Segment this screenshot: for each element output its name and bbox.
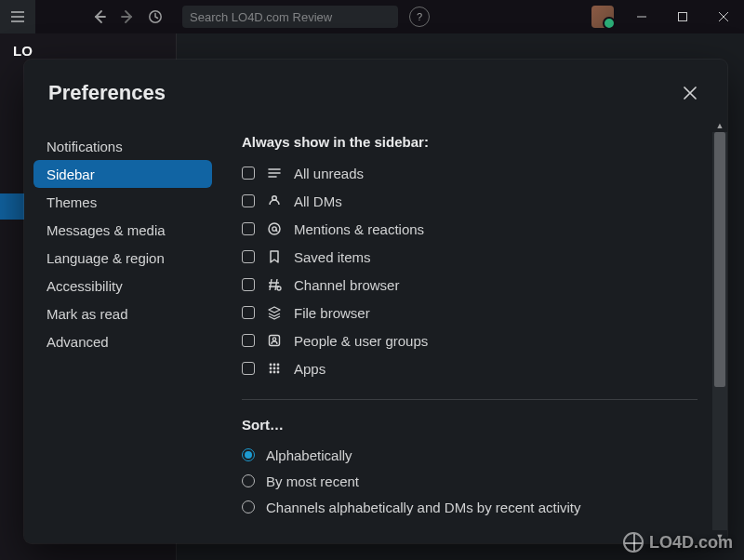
scrollbar[interactable]: ▲ ▼ bbox=[712, 119, 727, 543]
preferences-modal: Preferences NotificationsSidebarThemesMe… bbox=[24, 60, 727, 543]
mentions-icon bbox=[266, 221, 283, 236]
all-dms-icon bbox=[266, 193, 283, 208]
radio-label: Channels alphabetically and DMs by recen… bbox=[266, 500, 581, 515]
radio-row[interactable]: Channels alphabetically and DMs by recen… bbox=[242, 494, 722, 520]
checkbox-label: Apps bbox=[294, 361, 326, 377]
all-unreads-icon bbox=[266, 166, 283, 180]
modal-close-button[interactable] bbox=[677, 80, 703, 106]
svg-point-7 bbox=[272, 338, 275, 340]
prefs-nav-item[interactable]: Sidebar bbox=[33, 160, 212, 188]
checkbox-label: File browser bbox=[294, 305, 370, 321]
svg-point-4 bbox=[272, 227, 276, 231]
prefs-nav-item[interactable]: Accessibility bbox=[33, 272, 212, 300]
preferences-content: Always show in the sidebar: All unreadsA… bbox=[219, 119, 727, 543]
checkbox[interactable] bbox=[242, 167, 255, 180]
checkbox[interactable] bbox=[242, 278, 255, 291]
section-title-show-in-sidebar: Always show in the sidebar: bbox=[242, 134, 722, 150]
bookmark-icon bbox=[266, 249, 283, 264]
scroll-track[interactable] bbox=[712, 132, 727, 530]
scroll-down-arrow[interactable]: ▼ bbox=[712, 530, 727, 543]
section-title-sort: Sort… bbox=[242, 417, 722, 433]
svg-point-13 bbox=[277, 367, 280, 370]
close-icon bbox=[684, 87, 697, 100]
svg-point-8 bbox=[270, 364, 272, 367]
checkbox[interactable] bbox=[242, 222, 255, 235]
preferences-nav: NotificationsSidebarThemesMessages & med… bbox=[24, 119, 219, 543]
modal-backdrop: Preferences NotificationsSidebarThemesMe… bbox=[0, 0, 744, 560]
checkbox[interactable] bbox=[242, 250, 255, 263]
divider bbox=[242, 399, 698, 400]
modal-header: Preferences bbox=[24, 60, 727, 119]
checkbox-label: Mentions & reactions bbox=[294, 221, 424, 237]
checkbox[interactable] bbox=[242, 194, 255, 207]
prefs-nav-item[interactable]: Notifications bbox=[33, 132, 212, 160]
svg-point-15 bbox=[273, 371, 276, 374]
people-icon bbox=[266, 333, 283, 348]
checkbox-label: All DMs bbox=[294, 193, 342, 209]
prefs-nav-item[interactable]: Themes bbox=[33, 188, 212, 216]
modal-title: Preferences bbox=[48, 81, 166, 105]
file-browser-icon bbox=[266, 305, 283, 320]
checkbox-row[interactable]: All unreads bbox=[242, 159, 722, 187]
scroll-up-arrow[interactable]: ▲ bbox=[712, 119, 727, 132]
checkbox-row[interactable]: File browser bbox=[242, 299, 722, 327]
svg-point-3 bbox=[269, 223, 280, 234]
svg-point-10 bbox=[277, 364, 280, 367]
checkbox-row[interactable]: People & user groups bbox=[242, 327, 722, 354]
svg-point-11 bbox=[270, 367, 272, 370]
radio-row[interactable]: By most recent bbox=[242, 468, 722, 494]
checkbox-row[interactable]: Apps bbox=[242, 354, 722, 382]
checkbox-row[interactable]: Saved items bbox=[242, 243, 722, 271]
checkbox-label: All unreads bbox=[294, 166, 364, 181]
svg-point-16 bbox=[277, 371, 280, 374]
svg-point-9 bbox=[273, 364, 276, 367]
svg-point-2 bbox=[272, 196, 277, 201]
radio[interactable] bbox=[242, 474, 255, 487]
radio[interactable] bbox=[242, 448, 255, 461]
checkbox-label: Saved items bbox=[294, 249, 371, 265]
checkbox-row[interactable]: Mentions & reactions bbox=[242, 215, 722, 243]
modal-body: NotificationsSidebarThemesMessages & med… bbox=[24, 119, 727, 543]
scroll-thumb[interactable] bbox=[714, 132, 725, 387]
checkbox[interactable] bbox=[242, 306, 255, 319]
prefs-nav-item[interactable]: Advanced bbox=[33, 327, 212, 355]
apps-grid-icon bbox=[266, 361, 283, 376]
checkbox-row[interactable]: All DMs bbox=[242, 187, 722, 215]
radio-label: Alphabetically bbox=[266, 447, 352, 463]
svg-point-5 bbox=[277, 287, 281, 290]
radio[interactable] bbox=[242, 500, 255, 513]
prefs-nav-item[interactable]: Language & region bbox=[33, 244, 212, 272]
prefs-nav-item[interactable]: Mark as read bbox=[33, 300, 212, 327]
checkbox-label: Channel browser bbox=[294, 277, 399, 293]
checkbox[interactable] bbox=[242, 362, 255, 375]
checkbox-row[interactable]: Channel browser bbox=[242, 271, 722, 299]
checkbox[interactable] bbox=[242, 334, 255, 347]
svg-point-14 bbox=[270, 371, 272, 374]
checkbox-label: People & user groups bbox=[294, 333, 428, 349]
prefs-nav-item[interactable]: Messages & media bbox=[33, 216, 212, 244]
svg-point-12 bbox=[273, 367, 276, 370]
radio-label: By most recent bbox=[266, 473, 359, 489]
channel-browser-icon bbox=[266, 277, 283, 292]
radio-row[interactable]: Alphabetically bbox=[242, 442, 722, 468]
